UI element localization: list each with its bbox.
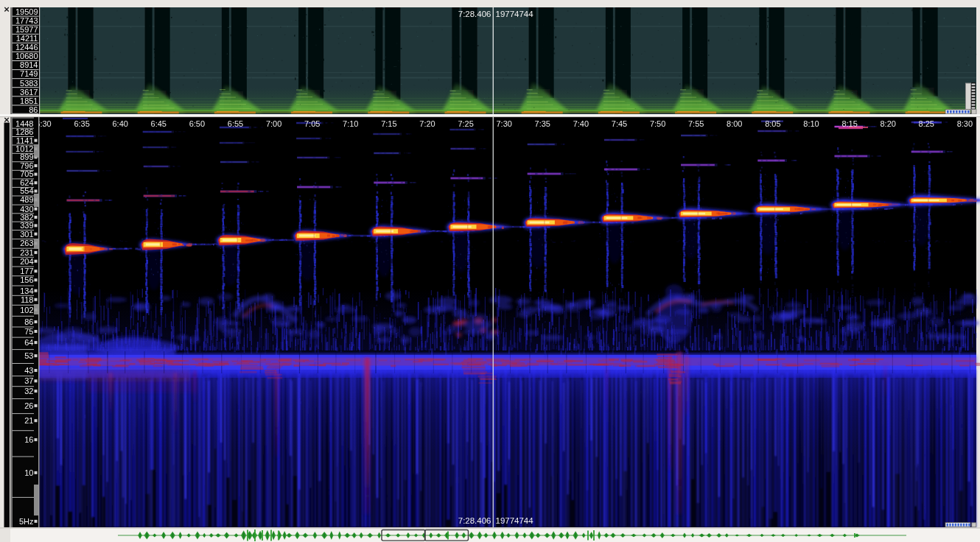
svg-text:7:30: 7:30 xyxy=(496,119,511,128)
svg-text:15977: 15977 xyxy=(15,25,38,34)
svg-text:8:20: 8:20 xyxy=(880,119,895,128)
svg-text:10: 10 xyxy=(24,468,33,477)
svg-text:5383: 5383 xyxy=(20,79,38,88)
svg-text:8:10: 8:10 xyxy=(803,119,819,128)
svg-text:7:05: 7:05 xyxy=(304,119,320,128)
svg-text:177: 177 xyxy=(20,267,33,275)
svg-text:75: 75 xyxy=(24,327,33,336)
svg-text:6:45: 6:45 xyxy=(151,119,167,128)
svg-text:17743: 17743 xyxy=(15,16,38,25)
svg-text:7:55: 7:55 xyxy=(688,119,704,128)
svg-text:×: × xyxy=(4,4,10,15)
svg-text:7:00: 7:00 xyxy=(266,119,281,128)
svg-text:21: 21 xyxy=(24,416,33,425)
svg-text:6:50: 6:50 xyxy=(189,119,205,128)
svg-text:705: 705 xyxy=(20,169,33,178)
svg-text:6:55: 6:55 xyxy=(228,119,243,128)
svg-text:7:25: 7:25 xyxy=(458,119,473,128)
svg-text:156: 156 xyxy=(20,275,33,284)
svg-text:7:45: 7:45 xyxy=(612,119,627,128)
svg-text:554: 554 xyxy=(20,186,33,195)
svg-text:86: 86 xyxy=(29,105,38,114)
svg-text:43: 43 xyxy=(24,366,33,375)
svg-text:231: 231 xyxy=(20,248,33,257)
svg-text:7:10: 7:10 xyxy=(343,119,358,128)
svg-text:263: 263 xyxy=(20,239,33,247)
svg-text:32: 32 xyxy=(24,387,33,395)
svg-text:19509: 19509 xyxy=(15,7,38,16)
svg-text:14211: 14211 xyxy=(16,34,38,43)
svg-text:118: 118 xyxy=(21,295,34,304)
svg-text:37: 37 xyxy=(24,376,33,385)
svg-text:1012: 1012 xyxy=(15,144,33,153)
svg-text:1448: 1448 xyxy=(15,119,33,128)
svg-text:7:28.406: 7:28.406 xyxy=(458,10,491,18)
svg-text:624: 624 xyxy=(20,178,33,187)
svg-text:204: 204 xyxy=(20,257,33,266)
svg-text:7:40: 7:40 xyxy=(573,119,589,128)
svg-text:19774744: 19774744 xyxy=(496,516,534,525)
svg-text:53: 53 xyxy=(24,351,33,360)
svg-text:134: 134 xyxy=(20,286,33,295)
svg-text:86: 86 xyxy=(24,317,33,326)
svg-text:489: 489 xyxy=(20,195,33,204)
svg-text:339: 339 xyxy=(20,221,33,230)
svg-text:12446: 12446 xyxy=(15,43,38,52)
svg-text:301: 301 xyxy=(20,230,33,239)
svg-text:10680: 10680 xyxy=(15,52,38,60)
svg-text:8:25: 8:25 xyxy=(919,119,934,128)
svg-text:8:15: 8:15 xyxy=(841,119,857,128)
svg-text:796: 796 xyxy=(20,161,33,170)
svg-text:26: 26 xyxy=(24,401,33,410)
svg-text:19774744: 19774744 xyxy=(496,10,534,18)
svg-text:1141: 1141 xyxy=(16,136,34,145)
svg-text:7:20: 7:20 xyxy=(419,119,435,128)
svg-text:7:35: 7:35 xyxy=(535,119,550,128)
svg-text:7:15: 7:15 xyxy=(381,119,396,128)
svg-text:430: 430 xyxy=(20,205,33,214)
svg-text:7:50: 7:50 xyxy=(650,119,665,128)
svg-text:6:35: 6:35 xyxy=(74,119,89,128)
svg-text:6:40: 6:40 xyxy=(112,119,127,128)
svg-text:899: 899 xyxy=(20,152,33,161)
svg-text:16: 16 xyxy=(24,435,33,444)
svg-text:64: 64 xyxy=(24,338,33,347)
svg-text:102: 102 xyxy=(20,306,33,314)
svg-text:1851: 1851 xyxy=(20,96,38,105)
svg-text:1286: 1286 xyxy=(15,127,33,136)
svg-text:7149: 7149 xyxy=(20,69,38,78)
svg-text:3617: 3617 xyxy=(20,88,38,96)
svg-text:8:05: 8:05 xyxy=(765,119,780,128)
svg-text:8914: 8914 xyxy=(20,60,38,69)
svg-text:8:00: 8:00 xyxy=(727,119,742,128)
svg-text:5Hz: 5Hz xyxy=(19,517,34,526)
svg-text:7:28.406: 7:28.406 xyxy=(458,516,491,525)
svg-text:8:30: 8:30 xyxy=(957,119,973,128)
svg-text:382: 382 xyxy=(20,213,33,222)
